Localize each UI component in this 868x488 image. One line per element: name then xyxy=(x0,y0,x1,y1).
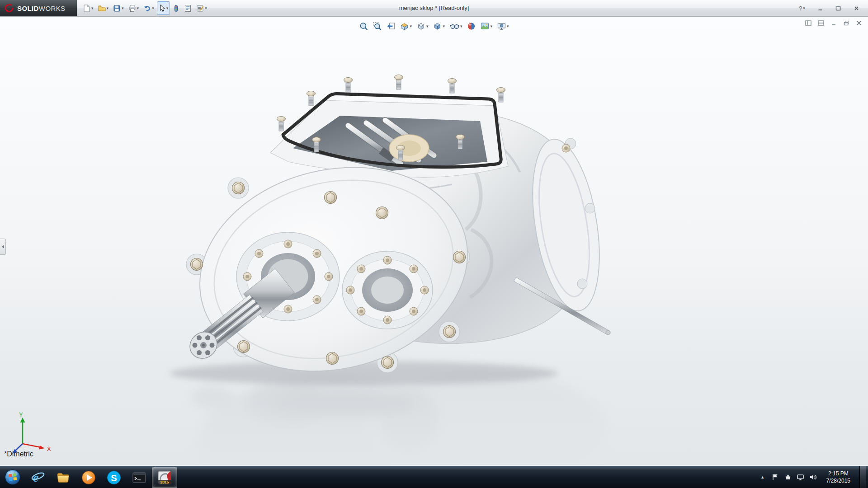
hide-show-items-button[interactable]: ▾ xyxy=(448,20,464,33)
display-style-button[interactable]: ▾ xyxy=(431,20,447,33)
internet-explorer-icon: e xyxy=(30,470,46,485)
display-style-icon xyxy=(433,22,442,31)
volume-icon[interactable] xyxy=(809,473,817,481)
document-window-controls xyxy=(804,19,863,27)
taskbar-media-player[interactable] xyxy=(76,467,101,488)
section-view-button[interactable]: ▾ xyxy=(398,20,414,33)
triad-y-label: Y xyxy=(19,412,23,418)
command-prompt-icon xyxy=(132,470,147,485)
doc-restore-icon xyxy=(844,20,849,26)
system-tray: ▲ 2:15 PM 7/28/ xyxy=(759,466,868,488)
minimize-button[interactable] xyxy=(815,4,826,12)
taskbar-apps: e S xyxy=(25,466,177,488)
edit-appearance-button[interactable] xyxy=(465,20,478,33)
secondary-bore xyxy=(342,251,433,329)
restore-button[interactable] xyxy=(833,4,844,12)
graphics-viewport[interactable]: ▾ ▾ ▾ ▾ xyxy=(0,16,868,466)
doc-close-icon xyxy=(856,20,862,26)
close-icon xyxy=(854,6,859,11)
device-eject-icon[interactable] xyxy=(784,473,792,481)
show-hidden-icons-button[interactable]: ▲ xyxy=(759,475,767,479)
top-cover xyxy=(270,75,508,178)
doc-pane-icon xyxy=(805,20,811,26)
doc-minimize-button[interactable] xyxy=(829,19,838,27)
file-properties-button[interactable] xyxy=(182,1,193,15)
solidworks-version-badge: 2015 xyxy=(160,480,169,484)
rebuild-icon xyxy=(173,5,179,12)
select-button[interactable]: ▾ xyxy=(157,1,170,15)
taskbar-internet-explorer[interactable]: e xyxy=(25,467,51,488)
view-orientation-icon xyxy=(416,22,425,31)
windows-taskbar: e S xyxy=(0,466,868,488)
ds-logo-icon xyxy=(4,3,14,13)
svg-text:e: e xyxy=(33,470,38,484)
view-settings-button[interactable]: ▾ xyxy=(495,20,511,33)
taskbar-windows-explorer[interactable] xyxy=(51,467,76,488)
doc-restore-button[interactable] xyxy=(842,19,851,27)
view-settings-icon xyxy=(497,22,506,31)
save-button[interactable]: ▾ xyxy=(111,1,126,15)
gearbox-3d-model[interactable] xyxy=(0,16,868,466)
taskbar-skype[interactable]: S xyxy=(101,467,127,488)
skype-icon: S xyxy=(106,470,122,485)
view-orientation-button[interactable]: ▾ xyxy=(415,20,430,33)
doc-split-button[interactable] xyxy=(816,19,826,27)
media-player-icon xyxy=(81,470,96,485)
restore-icon xyxy=(835,6,841,11)
show-desktop-button[interactable] xyxy=(859,466,866,488)
minimize-icon xyxy=(818,6,823,11)
options-icon xyxy=(196,5,204,12)
edit-appearance-icon xyxy=(467,22,476,31)
open-button[interactable]: ▾ xyxy=(96,1,111,15)
undo-icon xyxy=(143,5,151,12)
triad-x-label: X xyxy=(47,446,51,452)
doc-minimize-icon xyxy=(831,20,836,26)
menu-bar: SOLIDWORKS ▾ ▾ ▾ ▾ xyxy=(0,0,868,17)
print-button[interactable]: ▾ xyxy=(127,1,141,15)
new-document-icon xyxy=(83,5,90,12)
zoom-to-area-button[interactable] xyxy=(371,20,383,33)
collapse-arrow-icon xyxy=(2,245,4,249)
print-icon xyxy=(128,5,136,12)
section-view-icon xyxy=(400,22,409,31)
select-cursor-icon xyxy=(159,5,165,12)
hide-show-items-icon xyxy=(449,22,459,31)
apply-scene-button[interactable]: ▾ xyxy=(479,20,495,33)
solidworks-app-icon: 2015 xyxy=(157,470,172,485)
clock-time: 2:15 PM xyxy=(826,470,850,477)
panel-collapse-tab[interactable] xyxy=(0,239,6,255)
open-icon xyxy=(98,5,106,12)
action-center-flag-icon[interactable] xyxy=(771,473,779,481)
file-properties-icon xyxy=(184,5,192,12)
clock-date: 7/28/2015 xyxy=(826,477,850,484)
previous-view-icon xyxy=(386,22,395,31)
main-toolbar: ▾ ▾ ▾ ▾ ▾ xyxy=(80,1,209,15)
taskbar-solidworks[interactable]: 2015 xyxy=(152,467,177,488)
brand-text: SOLIDWORKS xyxy=(17,5,66,12)
network-display-icon[interactable] xyxy=(797,473,805,481)
help-button[interactable]: ?▾ xyxy=(797,4,807,12)
start-button[interactable] xyxy=(0,466,25,488)
doc-pane-button[interactable] xyxy=(804,19,813,27)
new-document-button[interactable]: ▾ xyxy=(81,1,95,15)
zoom-to-fit-icon xyxy=(359,22,368,31)
folder-icon xyxy=(56,470,71,485)
window-controls: ?▾ xyxy=(797,4,868,12)
view-orientation-label: *Dimetric xyxy=(4,450,33,458)
svg-text:S: S xyxy=(111,473,117,483)
rebuild-button[interactable] xyxy=(171,1,181,15)
save-icon xyxy=(113,5,121,12)
apply-scene-icon xyxy=(481,22,490,31)
undo-button[interactable]: ▾ xyxy=(142,1,156,15)
zoom-to-area-icon xyxy=(373,22,382,31)
windows-start-icon xyxy=(5,469,21,485)
zoom-to-fit-button[interactable] xyxy=(357,20,370,33)
solidworks-brand: SOLIDWORKS xyxy=(0,0,77,16)
headsup-view-toolbar: ▾ ▾ ▾ ▾ xyxy=(357,20,510,33)
doc-close-button[interactable] xyxy=(854,19,863,27)
options-button[interactable]: ▾ xyxy=(194,1,209,15)
close-button[interactable] xyxy=(851,4,862,12)
taskbar-clock[interactable]: 2:15 PM 7/28/2015 xyxy=(822,470,855,484)
previous-view-button[interactable] xyxy=(384,20,397,33)
taskbar-command-prompt[interactable] xyxy=(127,467,152,488)
